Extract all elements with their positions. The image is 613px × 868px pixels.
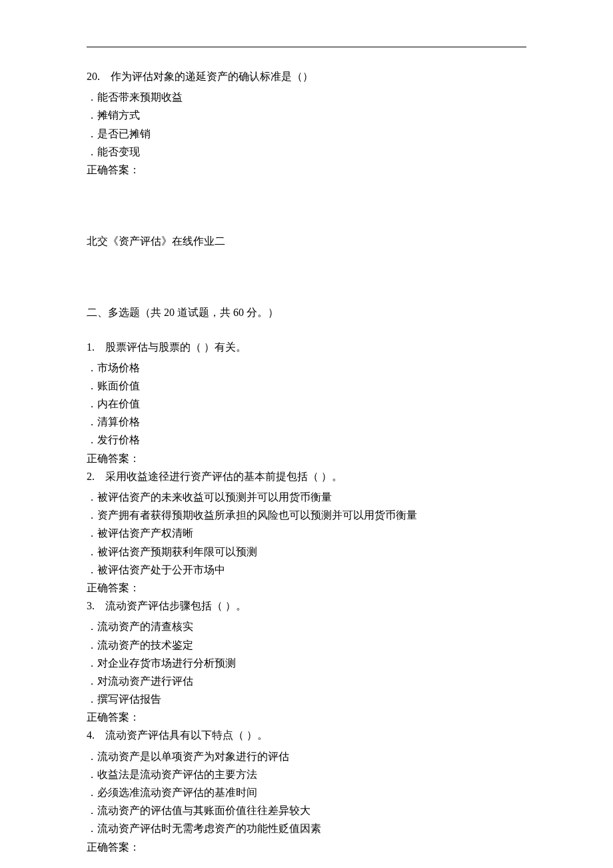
option: ．是否已摊销 [87, 125, 526, 143]
option: ．内在价值 [87, 395, 526, 413]
option: ．撰写评估报告 [87, 690, 526, 708]
option: ．发行价格 [87, 431, 526, 449]
option: ．能否带来预期收益 [87, 88, 526, 106]
option: ．被评估资产的未来收益可以预测并可以用货币衡量 [87, 488, 526, 506]
option: ．收益法是流动资产评估的主要方法 [87, 765, 526, 783]
option: ．流动资产的评估值与其账面价值往往差异较大 [87, 801, 526, 819]
answer-label: 正确答案： [87, 708, 526, 726]
option: ．流动资产评估时无需考虑资产的功能性贬值因素 [87, 819, 526, 837]
option: ．市场价格 [87, 359, 526, 377]
option: ．流动资产是以单项资产为对象进行的评估 [87, 747, 526, 765]
answer-label: 正确答案： [87, 161, 526, 179]
option: ．账面价值 [87, 377, 526, 395]
assignment-title: 北交《资产评估》在线作业二 [87, 232, 526, 250]
answer-label: 正确答案： [87, 449, 526, 467]
multi-question-1: 1. 股票评估与股票的（ ）有关。 [87, 338, 526, 356]
multi-question-4: 4. 流动资产评估具有以下特点（ ）。 [87, 726, 526, 744]
answer-label: 正确答案： [87, 579, 526, 597]
question-stem: 1. 股票评估与股票的（ ）有关。 [87, 341, 247, 353]
option: ．必须选准流动资产评估的基准时间 [87, 783, 526, 801]
multi-question-3: 3. 流动资产评估步骤包括（ ）。 [87, 597, 526, 615]
option: ．资产拥有者获得预期收益所承担的风险也可以预测并可以用货币衡量 [87, 506, 526, 524]
question-stem: 20. 作为评估对象的递延资产的确认标准是（） [87, 71, 313, 82]
option: ．对流动资产进行评估 [87, 672, 526, 690]
option: ．摊销方式 [87, 106, 526, 124]
option: ．能否变现 [87, 143, 526, 161]
section-heading: 二、多选题（共 20 道试题，共 60 分。） [87, 303, 526, 321]
header-rule [87, 47, 526, 47]
option: ．被评估资产预期获利年限可以预测 [87, 543, 526, 561]
option: ．流动资产的清查核实 [87, 617, 526, 635]
answer-label: 正确答案： [87, 838, 526, 856]
question-stem: 2. 采用收益途径进行资产评估的基本前提包括（ ）。 [87, 471, 342, 482]
option: ．清算价格 [87, 413, 526, 431]
question-stem: 4. 流动资产评估具有以下特点（ ）。 [87, 729, 268, 741]
option: ．被评估资产处于公开市场中 [87, 561, 526, 579]
multi-question-2: 2. 采用收益途径进行资产评估的基本前提包括（ ）。 [87, 467, 526, 485]
document-page: 20. 作为评估对象的递延资产的确认标准是（） ．能否带来预期收益 ．摊销方式 … [0, 0, 613, 868]
question-stem: 3. 流动资产评估步骤包括（ ）。 [87, 600, 247, 611]
option: ．被评估资产产权清晰 [87, 524, 526, 542]
option: ．流动资产的技术鉴定 [87, 636, 526, 654]
question-20: 20. 作为评估对象的递延资产的确认标准是（） [87, 67, 526, 85]
option: ．对企业存货市场进行分析预测 [87, 654, 526, 672]
